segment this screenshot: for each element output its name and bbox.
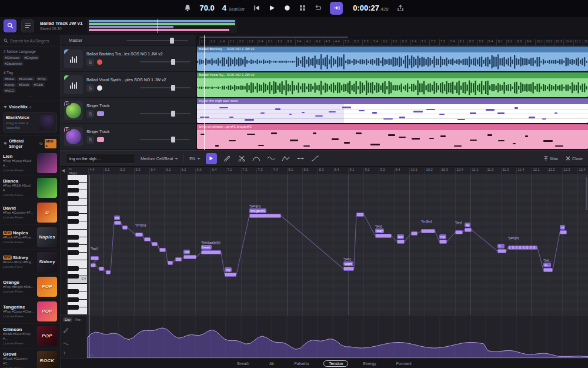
scale-indicator[interactable]: C Major (68, 167, 87, 175)
piano-key-black[interactable] (68, 305, 79, 310)
slider-handle[interactable] (171, 59, 175, 65)
slider-handle[interactable] (171, 137, 175, 142)
go-to-playhead-button[interactable] (330, 2, 343, 15)
midi-note[interactable] (159, 248, 166, 252)
close-editor-button[interactable]: Close (566, 156, 583, 161)
filter-tag-chip[interactable]: #English (22, 55, 39, 60)
piano-key-black[interactable] (68, 243, 79, 247)
record-icon[interactable] (283, 4, 292, 12)
env-tab[interactable]: Env (63, 317, 72, 322)
piano-key-black[interactable] (68, 188, 79, 193)
param-tab-falsetto[interactable]: Falsetto (289, 360, 314, 367)
midi-note[interactable] (560, 230, 567, 234)
midi-note[interactable] (106, 270, 111, 274)
clip[interactable]: Ballad Backing ... SOS NO 1 JW v2 (197, 47, 588, 71)
piano-key-black[interactable] (68, 235, 79, 240)
filter-tag-chip[interactable]: #Rock (17, 82, 31, 87)
piano-key-black[interactable] (68, 266, 79, 271)
track-icon-box[interactable]: EN (64, 127, 83, 146)
filter-tag-chip[interactable]: #R&B (32, 82, 45, 87)
param-tab-energy[interactable]: Energy (358, 360, 381, 367)
solo-button[interactable]: S (86, 136, 94, 144)
midi-note[interactable] (152, 242, 158, 246)
clip[interactable]: bring on please...gen#1 brogan#2 (197, 124, 588, 149)
piano-ruler[interactable]: 4.45.15.25.35.46.16.26.36.47.17.27.37.48… (87, 167, 588, 175)
official-singer-section-header[interactable]: Official Singer 40 NEW 8 (0, 135, 60, 151)
midi-note[interactable] (465, 228, 472, 232)
singer-avatar[interactable]: POP (37, 301, 57, 321)
piano-key-black[interactable] (68, 219, 79, 224)
timeline-ruler[interactable]: 1.21.31.42.12.22.32.43.13.23.33.44.14.24… (197, 39, 588, 46)
grid-resolution-select[interactable]: Medium Cell/Beat (141, 157, 178, 161)
filter-tag-chip[interactable]: #Pop (36, 77, 48, 81)
piano-key-black[interactable] (68, 297, 79, 302)
track-color-chip[interactable] (97, 137, 104, 142)
singer-row[interactable]: Orange#Pop #Bright #Silk...License Free+… (0, 274, 60, 299)
grid-view-icon[interactable] (298, 4, 307, 12)
midi-note[interactable] (91, 263, 96, 267)
blankvoice-card[interactable]: BlankVoice Drag to start a VoiceMix (3, 112, 57, 132)
lyric-chip[interactable]: me (439, 234, 446, 239)
slider-handle[interactable] (171, 111, 175, 117)
midi-note[interactable] (543, 268, 553, 272)
midi-note[interactable] (249, 214, 281, 218)
midi-note[interactable] (411, 231, 417, 236)
loop-icon[interactable] (313, 4, 322, 12)
singer-avatar[interactable]: POP (37, 326, 57, 346)
filter-tag-chip[interactable]: #Female (17, 77, 34, 81)
arrangement-minimap[interactable] (87, 19, 237, 33)
midi-note[interactable] (455, 230, 463, 234)
singer-avatar[interactable]: Naples (37, 227, 57, 247)
param-tab-breath[interactable]: Breath (232, 360, 255, 367)
midi-note[interactable] (135, 233, 143, 237)
lyric-chip[interactable]: me (397, 234, 404, 239)
timeline-playhead[interactable] (204, 35, 205, 150)
project-info[interactable]: Ballad Track JW v1 Saved 09:30 (40, 21, 82, 31)
track-list-button[interactable] (21, 19, 34, 32)
clip[interactable]: ing on the nigh owe wont (197, 98, 588, 123)
search-singers-button[interactable] (4, 19, 16, 32)
lyric-chip[interactable]: my (225, 267, 232, 272)
record-arm-button[interactable] (97, 59, 102, 65)
lyric-chip[interactable]: fi... (497, 244, 505, 248)
midi-note[interactable] (439, 240, 447, 244)
volume-slider[interactable] (140, 61, 191, 62)
track-icon-box[interactable] (64, 49, 83, 68)
lyric-input[interactable]: ing on the nigh ... (66, 154, 135, 164)
solo-button[interactable]: S (86, 84, 94, 92)
volume-slider[interactable] (140, 139, 191, 140)
filter-tag-chip[interactable]: #Male (3, 77, 16, 81)
volume-slider[interactable] (140, 87, 191, 88)
piano-key-black[interactable] (68, 250, 79, 255)
lyric-chip[interactable]: heart (201, 245, 212, 250)
anchor-line-tool-icon[interactable] (296, 154, 305, 163)
language-select[interactable]: EN (189, 157, 201, 161)
lyric-chip[interactable]: bill (183, 250, 190, 254)
slider-handle[interactable] (171, 85, 175, 91)
midi-note[interactable] (497, 249, 506, 253)
s-curve-tool-icon[interactable] (310, 154, 320, 163)
lyric-chip[interactable]: ay (465, 223, 470, 227)
midi-note[interactable] (99, 267, 104, 271)
midi-note[interactable] (225, 273, 236, 277)
maximize-editor-button[interactable]: Max (543, 156, 558, 161)
singer-avatar[interactable]: POP (37, 277, 57, 297)
editor-playhead[interactable] (89, 175, 89, 315)
midi-note[interactable] (343, 267, 354, 271)
singer-avatar[interactable]: D (37, 203, 57, 223)
lyric-chip[interactable]: want (343, 261, 353, 266)
midi-note[interactable] (183, 255, 196, 259)
midi-note[interactable] (175, 257, 182, 261)
singer-row[interactable]: Tangerine#Pop #Cpop #Clas...License Free… (0, 299, 60, 324)
midi-note[interactable] (144, 237, 151, 241)
freehand-curve-tool-icon[interactable] (281, 154, 290, 163)
singer-row[interactable]: Lien#Pop #Kpop #Soul #...License Free+ (0, 151, 60, 175)
midi-note[interactable] (114, 221, 121, 225)
midi-note[interactable] (397, 240, 405, 244)
lyric-chip[interactable]: im (114, 216, 120, 220)
midi-note[interactable] (375, 234, 392, 238)
tempo-value[interactable]: 70.0 (199, 4, 214, 12)
track-header[interactable]: Ballad Backing Tra...les SOS NO 1 JW v2S (61, 46, 196, 72)
track-header[interactable]: ENSinger TrackS (61, 124, 196, 150)
piano-key-black[interactable] (68, 211, 79, 216)
